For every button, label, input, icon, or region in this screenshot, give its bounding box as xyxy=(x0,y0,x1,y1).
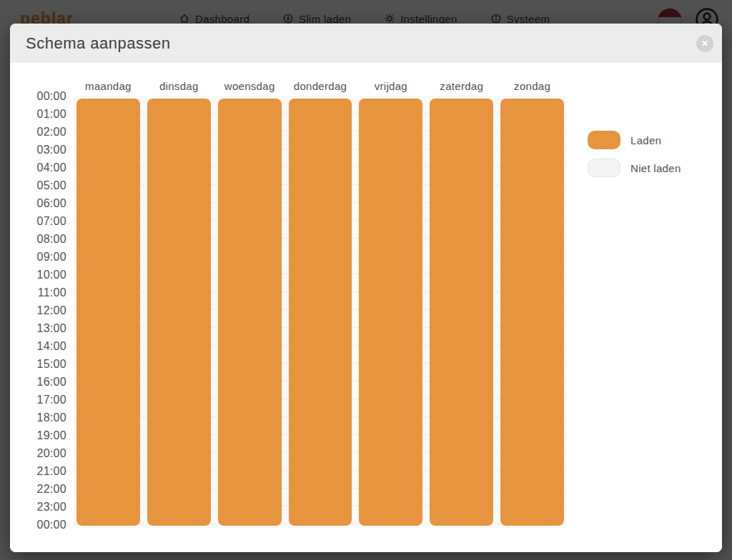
time-label: 12:00 xyxy=(10,301,66,319)
time-label: 03:00 xyxy=(10,141,66,159)
legend-label: Laden xyxy=(630,134,661,146)
day-column[interactable] xyxy=(147,99,211,526)
legend-row-laden: Laden xyxy=(588,131,681,149)
time-label: 15:00 xyxy=(10,355,66,373)
time-label: 11:00 xyxy=(10,284,66,301)
legend: Laden Niet laden xyxy=(588,131,681,177)
time-label: 05:00 xyxy=(10,176,66,194)
time-label: 04:00 xyxy=(10,159,66,176)
day-column[interactable] xyxy=(359,99,422,526)
day-header: vrijdag xyxy=(359,77,422,96)
time-label: 20:00 xyxy=(10,444,66,462)
day-header: woensdag xyxy=(218,77,282,96)
day-header: dinsdag xyxy=(147,77,211,96)
time-label: 16:00 xyxy=(10,373,66,391)
time-label: 10:00 xyxy=(10,266,66,284)
legend-row-niet-laden: Niet laden xyxy=(588,159,681,177)
time-label: 07:00 xyxy=(10,212,66,230)
time-label: 08:00 xyxy=(10,230,66,248)
laden-swatch xyxy=(588,131,620,149)
legend-label: Niet laden xyxy=(630,162,681,174)
day-header-row: maandagdinsdagwoensdagdonderdagvrijdagza… xyxy=(74,77,567,96)
time-label: 13:00 xyxy=(10,319,66,337)
time-label: 18:00 xyxy=(10,409,66,426)
day-column[interactable] xyxy=(430,99,493,526)
modal-title: Schema aanpassen xyxy=(26,34,170,53)
time-label: 17:00 xyxy=(10,391,66,409)
day-column[interactable] xyxy=(500,99,564,526)
day-header: zondag xyxy=(500,77,564,96)
modal-header: Schema aanpassen ✕ xyxy=(10,24,722,63)
day-column[interactable] xyxy=(218,99,282,526)
time-label: 14:00 xyxy=(10,337,66,355)
day-header: maandag xyxy=(76,77,140,96)
time-axis: 00:0001:0002:0003:0004:0005:0006:0007:00… xyxy=(10,87,66,534)
time-label: 00:00 xyxy=(10,516,66,534)
day-column[interactable] xyxy=(76,99,140,526)
close-icon[interactable]: ✕ xyxy=(696,35,713,52)
time-label: 02:00 xyxy=(10,123,66,141)
time-label: 21:00 xyxy=(10,462,66,480)
niet-laden-swatch xyxy=(588,159,620,177)
time-label: 01:00 xyxy=(10,105,66,123)
time-label: 09:00 xyxy=(10,248,66,266)
schedule-grid xyxy=(74,96,567,529)
time-label: 22:00 xyxy=(10,480,66,498)
day-column[interactable] xyxy=(289,99,352,526)
day-header: donderdag xyxy=(289,77,352,96)
time-label: 23:00 xyxy=(10,498,66,516)
time-label: 00:00 xyxy=(10,87,66,105)
time-label: 19:00 xyxy=(10,426,66,444)
modal-body: 00:0001:0002:0003:0004:0005:0006:0007:00… xyxy=(10,63,722,552)
schema-aanpassen-modal: Schema aanpassen ✕ 00:0001:0002:0003:000… xyxy=(10,24,722,552)
time-label: 06:00 xyxy=(10,194,66,212)
day-header: zaterdag xyxy=(430,77,493,96)
